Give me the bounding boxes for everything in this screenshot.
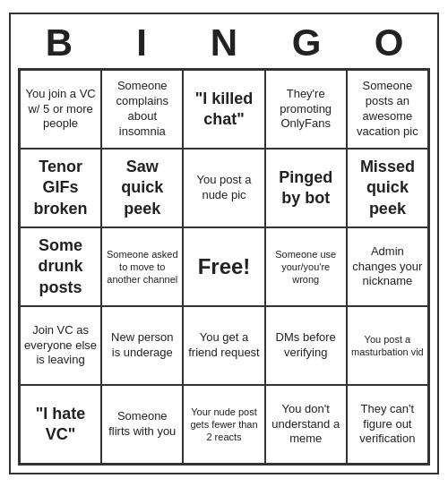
title-letter: B <box>20 21 99 64</box>
bingo-cell: New person is underage <box>101 306 183 385</box>
bingo-grid: You join a VC w/ 5 or more peopleSomeone… <box>18 68 430 466</box>
bingo-cell: Tenor GIFs broken <box>20 149 101 227</box>
bingo-cell: Missed quick peek <box>347 149 428 227</box>
bingo-cell: Someone complains about insomnia <box>101 70 183 149</box>
bingo-cell: Your nude post gets fewer than 2 reacts <box>183 385 264 464</box>
bingo-cell: "I killed chat" <box>183 70 264 149</box>
bingo-cell: Some drunk posts <box>20 227 101 306</box>
bingo-cell: You join a VC w/ 5 or more people <box>20 70 101 149</box>
bingo-cell: They can't figure out verification <box>347 385 428 464</box>
bingo-cell: You don't understand a meme <box>265 385 347 464</box>
title-letter: O <box>349 21 428 64</box>
bingo-card: BINGO You join a VC w/ 5 or more peopleS… <box>9 13 439 474</box>
bingo-cell: Someone asked to move to another channel <box>101 227 183 306</box>
title-letter: G <box>267 21 346 64</box>
bingo-cell: Saw quick peek <box>101 149 183 227</box>
bingo-cell: You post a nude pic <box>183 149 264 227</box>
bingo-cell: Someone flirts with you <box>101 385 183 464</box>
bingo-cell: Free! <box>183 227 264 306</box>
bingo-cell: Admin changes your nickname <box>347 227 428 306</box>
bingo-cell: They're promoting OnlyFans <box>265 70 347 149</box>
bingo-cell: DMs before verifying <box>265 306 347 385</box>
title-letter: N <box>185 21 263 64</box>
bingo-cell: Pinged by bot <box>265 149 347 227</box>
bingo-cell: You post a masturbation vid <box>347 306 428 385</box>
bingo-cell: "I hate VC" <box>20 385 101 464</box>
bingo-title: BINGO <box>18 21 430 64</box>
title-letter: I <box>102 21 181 64</box>
bingo-cell: Someone use your/you're wrong <box>265 227 347 306</box>
bingo-cell: You get a friend request <box>183 306 264 385</box>
bingo-cell: Join VC as everyone else is leaving <box>20 306 101 385</box>
bingo-cell: Someone posts an awesome vacation pic <box>347 70 428 149</box>
